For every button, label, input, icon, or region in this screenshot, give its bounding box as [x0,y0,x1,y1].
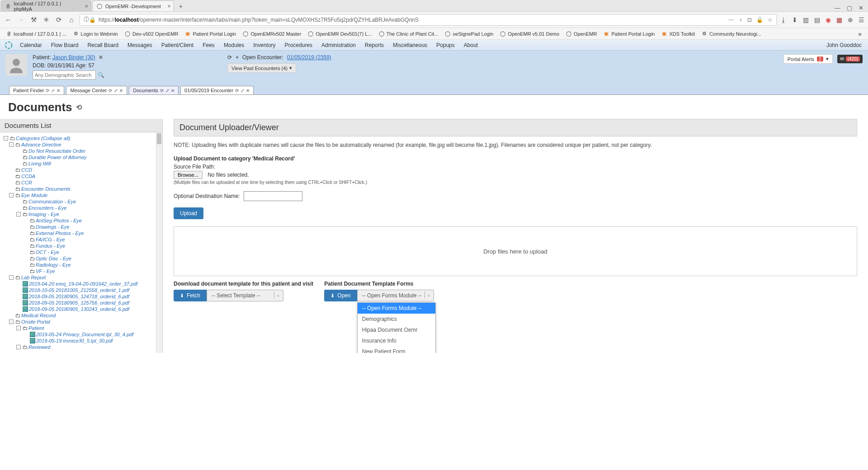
menu-fees[interactable]: Fees [198,42,219,48]
tree-label[interactable]: Living Will [28,161,51,166]
tree-label[interactable]: 2018-09-05 20180905_124718_orderid_6.pdf [29,294,129,299]
close-window-icon[interactable]: ✕ [859,5,863,11]
add-icon[interactable]: + [236,54,239,61]
browse-button[interactable]: Browse... [174,171,203,179]
tree-folder[interactable]: 🗀 Communication - Eye [16,198,159,205]
tree-folder[interactable]: 🗀 AntSeg Photos - Eye [24,217,159,224]
toggle-icon[interactable]: - [16,212,21,216]
tree-document[interactable]: 2018-09-05 20180905_124718_orderid_6.pdf [16,293,159,300]
tree-folder[interactable]: 🗀 Fundus - Eye [24,243,159,249]
close-icon[interactable]: ✕ [246,88,250,93]
refresh-icon[interactable]: ⟳ [108,88,112,93]
menu-popups[interactable]: Popups [432,42,459,48]
tree-folder[interactable]: 🗀 Living Will [16,160,159,167]
library-icon[interactable]: ▥ [803,16,809,24]
tree-label[interactable]: Fundus - Eye [36,243,65,249]
tree-label[interactable]: External Photos - Eye [36,230,84,236]
tree-label[interactable]: Optic Disc - Eye [36,256,71,261]
close-patient-icon[interactable]: ✕ [99,54,103,61]
tree-label[interactable]: Do Not Resuscitate Order [28,148,85,154]
tree-folder[interactable]: 🗀 OCT - Eye [24,249,159,255]
tree-folder[interactable]: -🗀 Advance Directive [9,141,159,148]
fetch-button[interactable]: Fetch [174,290,207,301]
tree-label[interactable]: CCDA [21,174,35,179]
tree-label[interactable]: Onsite Portal [21,319,50,324]
tree-folder[interactable]: 🗀 Encounter Documents [9,186,159,192]
tree-document[interactable]: 2018-09-05 20180905_125756_orderid_6.pdf [16,300,159,306]
tree-label[interactable]: Advance Directive [21,142,61,147]
tree-label[interactable]: CCR [21,180,32,185]
menu-procedures[interactable]: Procedures [280,42,317,48]
tree-folder[interactable]: 🗀 External Photos - Eye [24,230,159,236]
menu-patientclient[interactable]: Patient/Client [157,42,198,48]
dropdown-option[interactable]: Demographics [358,314,435,324]
tab-encounter[interactable]: 01/05/2019 Encounter ⟳ ⤢ ✕ [180,86,254,94]
tree-label[interactable]: 2018-10-05 20181005_212558_orderid_1.pdf [29,287,129,293]
expand-icon[interactable]: ⤢ [51,88,55,93]
dropdown-option[interactable]: New Patient Form [358,346,435,353]
menu-flowboard[interactable]: Flow Board [47,42,83,48]
tree-label[interactable]: 2019-04-20 ereq_19-04-20-091642_order_37… [29,281,137,287]
refresh-icon[interactable]: ⟲ [76,103,82,112]
tree-label[interactable]: Communication - Eye [28,199,76,204]
download-icon[interactable]: ⭳ [780,16,787,24]
menu-miscellaneous[interactable]: Miscellaneous [388,42,432,48]
minimize-icon[interactable]: — [835,5,840,11]
tree-folder[interactable]: 🗀 Optic Disc - Eye [24,255,159,262]
close-icon[interactable]: × [85,3,88,9]
tree-folder[interactable]: -🗀 Imaging - Eye [16,211,159,217]
tree-folder[interactable]: 🗀 CCD [9,167,159,173]
bookmark-item[interactable]: ◯OpenEMR v5.01 Demo [497,30,562,38]
tree-folder[interactable]: 🗀 CCR [9,179,159,186]
menu-icon[interactable]: ☰ [859,16,864,24]
ext2-icon[interactable]: ▦ [836,16,842,24]
back-button[interactable]: ← [4,15,13,24]
close-icon[interactable]: × [167,3,171,9]
settings-icon[interactable]: ✳ [42,15,51,24]
bookmark-item[interactable]: ◯OpenEMRv502 Master [240,30,304,38]
menu-administration[interactable]: Administration [317,42,360,48]
portal-alerts-button[interactable]: Portal Alerts 2 ▾ [783,54,833,64]
tab-patient-finder[interactable]: Patient Finder ⟳ ⤢ ✕ [9,86,64,94]
dropdown-option[interactable]: -- Open Forms Module -- [358,303,435,314]
tree-folder[interactable]: 🗀 FA/ICG - Eye [24,236,159,243]
tree-label[interactable]: 2018-09-05 20180905_130243_orderid_6.pdf [29,306,129,312]
tree-folder[interactable]: -🗀 Patient [16,325,159,331]
open-encounter-link[interactable]: 01/05/2019 (2359) [287,54,331,61]
search-input[interactable] [33,70,96,80]
tree-folder[interactable]: -🗀 Onsite Portal [9,319,159,325]
maximize-icon[interactable]: ▢ [847,5,852,11]
tree-folder[interactable]: 🗀 Durable Power of Attorney [16,154,159,160]
refresh-icon[interactable]: ⟳ [227,54,232,61]
tree-label[interactable]: Encounters - Eye [28,205,66,211]
patient-name-link[interactable]: Jason Binder (30) [52,54,95,61]
bookmark-item[interactable]: 🛢localhost / 127.0.0.1 | ... [3,30,69,38]
toggle-icon[interactable]: - [16,345,21,349]
menu-inventory[interactable]: Inventory [249,42,280,48]
avatar[interactable] [5,54,27,76]
bookmark-item[interactable]: ▣XDS Toolkit [658,30,698,38]
browser-tab-openemr[interactable]: ◯ OpenEMR -Development × [92,0,174,11]
tree-document[interactable]: 2019-04-20 ereq_19-04-20-091642_order_37… [16,281,159,287]
app-logo-icon[interactable] [5,41,13,49]
toggle-icon[interactable]: - [9,320,14,324]
select-template-dropdown[interactable]: -- Select Template -- [207,290,283,301]
tree-label[interactable]: Lab Report [21,275,46,280]
tree-label[interactable]: CCD [21,167,32,173]
search-icon[interactable]: 🔍 [98,72,104,78]
chevron-down-icon[interactable]: ⌄ [425,291,432,298]
bookmark-item[interactable]: ⚙Community Neurologi... [698,30,764,38]
expand-icon[interactable]: ⤢ [165,88,169,93]
menu-messages[interactable]: Messages [123,42,157,48]
past-encounters-button[interactable]: View Past Encounters (4) ▾ [227,63,296,73]
bookmark-item[interactable]: ▣Patient Portal Login [600,30,657,38]
open-forms-dropdown[interactable]: -- Open Forms Module -- [357,290,434,301]
menu-about[interactable]: About [459,42,482,48]
tree-document[interactable]: 2019-05-24 Privacy_Document.tpl_30_4.pdf [24,331,159,338]
tree-folder[interactable]: 🗀 Medical Record [9,312,159,319]
tree-document[interactable]: 2019-05-19 invoice30_5.tpl_30.pdf [24,338,159,344]
tree-label[interactable]: Patient [28,325,44,331]
dropzone[interactable]: Drop files here to upload [174,226,857,276]
tree-label[interactable]: Medical Record [21,313,56,318]
tree-label[interactable]: Imaging - Eye [28,212,59,217]
